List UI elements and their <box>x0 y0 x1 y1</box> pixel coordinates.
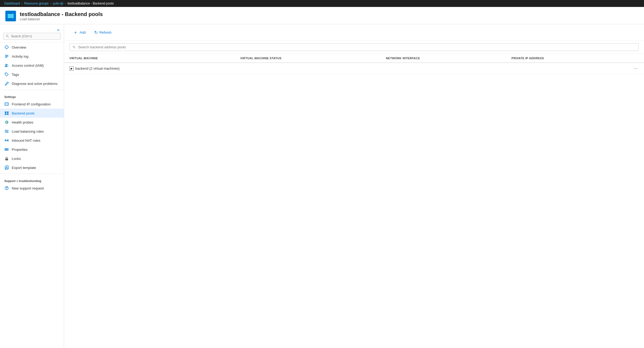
sidebar-item-diagnose[interactable]: Diagnose and solve problems <box>0 79 64 88</box>
support-icon <box>4 186 9 191</box>
sidebar-label-diagnose: Diagnose and solve problems <box>12 82 57 86</box>
sidebar-collapse-button[interactable]: « <box>56 27 61 33</box>
svg-point-41 <box>6 189 7 189</box>
svg-rect-2 <box>11 14 14 16</box>
svg-point-28 <box>7 132 8 133</box>
svg-rect-9 <box>5 55 8 56</box>
svg-rect-36 <box>5 159 8 160</box>
diamond-icon <box>4 45 9 50</box>
sidebar-label-health-probes: Health probes <box>12 120 33 124</box>
svg-rect-29 <box>5 139 6 141</box>
svg-point-13 <box>7 64 8 65</box>
sidebar-label-access-control: Access control (IAM) <box>12 64 44 68</box>
export-icon <box>4 165 9 170</box>
add-button[interactable]: ＋ Add <box>69 27 89 37</box>
sidebar-label-overview: Overview <box>12 45 26 49</box>
wrench-icon <box>4 81 9 86</box>
col-network-interface: NETWORK INTERFACE <box>381 54 506 63</box>
settings-section-title: Settings <box>0 92 64 100</box>
svg-rect-18 <box>5 112 6 113</box>
content-search-container <box>64 41 644 54</box>
content-search-input[interactable] <box>69 43 639 51</box>
sidebar-label-frontend-ip: Frontend IP configuration <box>12 102 51 106</box>
row-expand-button[interactable]: ▶ <box>69 66 74 71</box>
breadcrumb: Dashboard › Resource groups › yute-dji ›… <box>0 0 644 7</box>
breadcrumb-yute-dji[interactable]: yute-dji <box>53 2 63 5</box>
rules-icon <box>4 129 9 134</box>
breadcrumb-dashboard[interactable]: Dashboard <box>4 2 20 5</box>
svg-rect-11 <box>5 57 7 58</box>
sidebar-search-container: « <box>0 24 64 43</box>
svg-rect-10 <box>5 56 8 57</box>
svg-point-14 <box>6 74 6 74</box>
row-network-interface-cell <box>381 63 506 74</box>
resource-icon <box>5 11 16 21</box>
svg-point-12 <box>6 64 7 65</box>
row-name: backend (2 virtual machines) <box>75 66 120 70</box>
sidebar-label-properties: Properties <box>12 148 27 152</box>
svg-rect-34 <box>6 148 7 151</box>
svg-point-27 <box>6 131 7 132</box>
sidebar-item-load-balancing-rules[interactable]: Load balancing rules <box>0 127 64 136</box>
row-vm-cell: ▶ backend (2 virtual machines) <box>64 63 235 74</box>
breadcrumb-current: testloadbalance - Backend pools <box>68 2 114 5</box>
sidebar-item-backend-pools[interactable]: Backend pools <box>0 109 64 118</box>
sidebar-item-export-template[interactable]: Export template <box>0 163 64 172</box>
refresh-button[interactable]: ↻ Refresh <box>90 28 115 37</box>
row-more-cell: ··· <box>627 63 644 74</box>
svg-rect-21 <box>7 113 9 115</box>
svg-rect-35 <box>7 148 8 151</box>
sidebar-label-new-support: New support request <box>12 186 44 190</box>
page-subtitle: Load balancer <box>20 17 103 21</box>
content-toolbar: ＋ Add ↻ Refresh <box>64 24 644 41</box>
sidebar-item-activity-log[interactable]: Activity log <box>0 52 64 61</box>
sidebar-item-overview[interactable]: Overview <box>0 43 64 52</box>
sidebar-label-activity-log: Activity log <box>12 54 28 58</box>
row-private-ip-cell <box>506 63 627 74</box>
sidebar: « Overview Activity log Access control (… <box>0 24 64 348</box>
list-icon <box>4 54 9 59</box>
network-icon <box>4 102 9 106</box>
sidebar-label-export-template: Export template <box>12 166 36 170</box>
svg-rect-20 <box>5 113 6 115</box>
svg-rect-1 <box>8 14 10 16</box>
sidebar-item-locks[interactable]: Locks <box>0 154 64 163</box>
sidebar-item-tags[interactable]: Tags <box>0 70 64 79</box>
col-vm-status: VIRTUAL MACHINE STATUS <box>235 54 381 63</box>
col-vm: VIRTUAL MACHINE <box>64 54 235 63</box>
sidebar-search-input[interactable] <box>3 33 61 40</box>
page-header-text: testloadbalance - Backend pools Load bal… <box>20 11 103 21</box>
sidebar-item-properties[interactable]: Properties <box>0 145 64 154</box>
probe-icon <box>4 120 9 125</box>
add-icon: ＋ <box>73 29 78 35</box>
backend-icon <box>4 111 9 116</box>
sidebar-label-tags: Tags <box>12 73 19 77</box>
sidebar-item-health-probes[interactable]: Health probes <box>0 118 64 127</box>
sidebar-item-new-support[interactable]: New support request <box>0 184 64 193</box>
sidebar-item-frontend-ip[interactable]: Frontend IP configuration <box>0 100 64 109</box>
refresh-label: Refresh <box>99 30 112 34</box>
svg-point-26 <box>5 130 6 131</box>
sidebar-label-backend-pools: Backend pools <box>12 111 34 115</box>
sidebar-label-inbound-nat: Inbound NAT rules <box>12 139 40 143</box>
sidebar-label-locks: Locks <box>12 157 21 161</box>
page-title: testloadbalance - Backend pools <box>20 11 103 17</box>
row-more-button[interactable]: ··· <box>633 66 639 71</box>
content-area: ＋ Add ↻ Refresh VIRTUAL MACHINE VIRTUAL … <box>64 24 644 348</box>
sidebar-item-inbound-nat[interactable]: Inbound NAT rules <box>0 136 64 145</box>
sidebar-item-access-control[interactable]: Access control (IAM) <box>0 61 64 70</box>
table-row: ▶ backend (2 virtual machines) ··· <box>64 63 644 74</box>
page-header: testloadbalance - Backend pools Load bal… <box>0 7 644 24</box>
svg-rect-3 <box>8 16 10 18</box>
table-header: VIRTUAL MACHINE VIRTUAL MACHINE STATUS N… <box>64 54 644 63</box>
add-label: Add <box>80 30 86 34</box>
backend-pools-table: VIRTUAL MACHINE VIRTUAL MACHINE STATUS N… <box>64 54 644 74</box>
svg-rect-15 <box>5 103 9 105</box>
bars-icon <box>4 147 9 152</box>
nat-icon <box>4 138 9 143</box>
breadcrumb-resource-groups[interactable]: Resource groups <box>24 2 49 5</box>
lock-icon <box>4 156 9 161</box>
col-actions <box>627 54 644 63</box>
sidebar-label-load-balancing-rules: Load balancing rules <box>12 129 44 133</box>
people-icon <box>4 63 9 68</box>
